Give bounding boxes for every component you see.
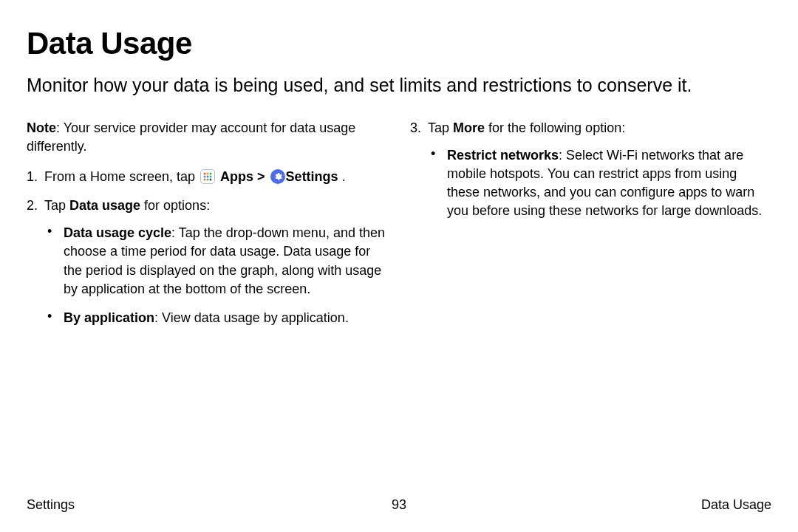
bullet-body: Restrict networks: Select Wi-Fi networks… [447, 146, 771, 221]
steps-list-right: 3. Tap More for the following option: Re… [410, 119, 771, 231]
svg-point-6 [204, 179, 206, 181]
apps-icon [200, 169, 215, 184]
left-column: Note: Your service provider may account … [27, 119, 388, 349]
step-1-sep: > [253, 169, 269, 184]
svg-point-0 [204, 173, 206, 175]
bullet-body: Data usage cycle: Tap the drop-down menu… [64, 224, 388, 299]
footer-left: Settings [27, 496, 75, 514]
svg-point-3 [204, 176, 206, 178]
step-1: 1. From a Home screen, tap Apps > Settin… [27, 168, 388, 186]
step-body: Tap Data usage for options: Data usage c… [44, 197, 388, 338]
bullet-bold: By application [64, 310, 154, 325]
bullet-body: By application: View data usage by appli… [64, 309, 388, 327]
svg-point-7 [207, 179, 209, 181]
step-3-pre: Tap [428, 120, 453, 135]
step-number: 2. [27, 197, 44, 338]
bullet-bold: Data usage cycle [64, 225, 171, 240]
step-number: 3. [410, 119, 428, 231]
bullet-text: : View data usage by application. [154, 310, 349, 325]
steps-list-left: 1. From a Home screen, tap Apps > Settin… [27, 168, 388, 338]
svg-point-4 [207, 176, 209, 178]
page-title: Data Usage [27, 22, 771, 66]
settings-label: Settings [286, 169, 338, 184]
step-2-bullets: Data usage cycle: Tap the drop-down menu… [44, 224, 388, 327]
step-3-bullets: Restrict networks: Select Wi-Fi networks… [428, 146, 771, 221]
step-body: From a Home screen, tap Apps > Settings … [44, 168, 388, 186]
step-1-post: . [338, 169, 346, 184]
bullet-by-application: By application: View data usage by appli… [44, 309, 388, 327]
svg-point-5 [210, 176, 212, 178]
step-3-bold: More [453, 120, 485, 135]
bullet-data-usage-cycle: Data usage cycle: Tap the drop-down menu… [44, 224, 388, 299]
gear-icon [270, 169, 285, 184]
svg-point-2 [210, 173, 212, 175]
apps-label: Apps [220, 169, 253, 184]
step-number: 1. [27, 168, 44, 186]
footer-right: Data Usage [701, 496, 771, 514]
step-body: Tap More for the following option: Restr… [428, 119, 771, 231]
note-text: Note: Your service provider may account … [27, 119, 388, 156]
bullet-restrict-networks: Restrict networks: Select Wi-Fi networks… [428, 146, 771, 221]
footer-page-number: 93 [392, 496, 406, 514]
step-2-post: for options: [140, 198, 210, 213]
page-subtitle: Monitor how your data is being used, and… [27, 73, 721, 98]
step-3: 3. Tap More for the following option: Re… [410, 119, 771, 231]
step-2-pre: Tap [44, 198, 69, 213]
step-3-post: for the following option: [485, 120, 625, 135]
note-body: : Your service provider may account for … [27, 120, 355, 154]
page-footer: Settings 93 Data Usage [27, 496, 771, 514]
right-column: 3. Tap More for the following option: Re… [410, 119, 771, 349]
step-1-pre: From a Home screen, tap [44, 169, 199, 184]
step-2-bold: Data usage [69, 198, 140, 213]
bullet-bold: Restrict networks [447, 148, 559, 163]
step-2: 2. Tap Data usage for options: Data usag… [27, 197, 388, 338]
svg-point-8 [210, 179, 212, 181]
note-label: Note [27, 120, 56, 135]
svg-point-1 [207, 173, 209, 175]
content-columns: Note: Your service provider may account … [27, 119, 771, 349]
